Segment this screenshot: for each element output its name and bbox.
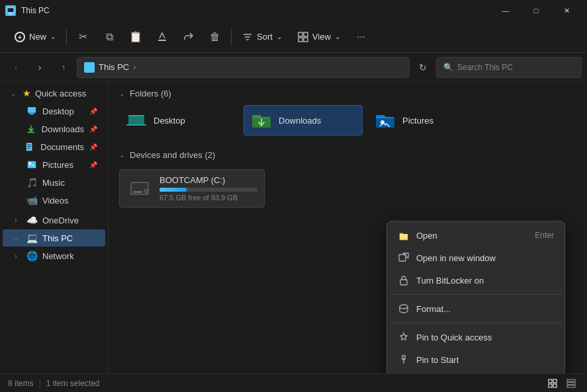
device-name: BOOTCAMP (C:): [159, 175, 257, 185]
context-menu: Open Enter Open in new window: [386, 221, 565, 373]
sidebar-desktop-label: Desktop: [42, 106, 74, 116]
device-item-c[interactable]: BOOTCAMP (C:) 67.5 GB free of 93.9 GB: [119, 169, 265, 208]
ctx-separator-1: [390, 294, 562, 295]
ctx-pin-quick-label: Pin to Quick access: [416, 333, 554, 342]
more-button[interactable]: ···: [349, 25, 373, 49]
svg-rect-37: [553, 384, 557, 387]
ctx-pin-start[interactable]: Pin to Start: [390, 348, 562, 371]
desktop-folder-icon: [126, 110, 147, 131]
rename-button[interactable]: [150, 25, 174, 49]
thispc-expand-icon: ⌄: [11, 233, 21, 243]
view-button[interactable]: View ⌄: [291, 28, 347, 46]
address-chevron: ›: [133, 62, 136, 72]
back-button[interactable]: ‹: [5, 57, 26, 78]
sidebar-item-desktop[interactable]: Desktop 📌: [3, 102, 105, 120]
sort-button[interactable]: Sort ⌄: [236, 28, 289, 46]
ctx-bitlocker-label: Turn BitLocker on: [416, 276, 554, 286]
minimize-button[interactable]: —: [490, 0, 521, 21]
device-progress-bar: [159, 188, 257, 192]
downloads-pin-icon: 📌: [89, 126, 97, 133]
title-bar-controls[interactable]: — □ ✕: [490, 0, 582, 21]
address-path: This PC: [99, 62, 129, 72]
refresh-button[interactable]: ↻: [412, 57, 433, 78]
drive-icon: [126, 175, 153, 202]
sidebar-item-music[interactable]: 🎵 Music: [3, 174, 105, 191]
svg-point-25: [400, 305, 408, 309]
svg-rect-2: [8, 8, 14, 12]
devices-toggle-icon: ⌄: [119, 151, 124, 159]
devices-section-header[interactable]: ⌄ Devices and drives (2): [109, 143, 587, 164]
videos-icon: 📹: [26, 195, 37, 206]
new-button[interactable]: + New ⌄: [8, 28, 62, 46]
svg-rect-8: [28, 107, 36, 113]
svg-rect-15: [28, 161, 36, 169]
svg-rect-24: [400, 280, 407, 285]
detail-view-toggle[interactable]: [563, 375, 579, 391]
folders-header-label: Folders (6): [130, 89, 171, 98]
pictures-icon: [26, 159, 37, 170]
sidebar-item-documents[interactable]: Documents 📌: [3, 138, 105, 155]
ctx-open-shortcut: Enter: [535, 231, 554, 240]
svg-rect-22: [133, 191, 142, 193]
maximize-button[interactable]: □: [521, 0, 551, 21]
new-icon: +: [15, 32, 25, 42]
device-progress-fill: [159, 188, 187, 192]
pictures-pin-icon: 📌: [89, 161, 97, 169]
quick-access-label: Quick access: [35, 89, 86, 98]
title-bar: This PC — □ ✕: [0, 0, 587, 21]
folder-item-pictures[interactable]: Pictures: [368, 105, 487, 136]
svg-rect-13: [28, 146, 31, 147]
forward-button[interactable]: ›: [29, 57, 50, 78]
close-button[interactable]: ✕: [551, 0, 582, 21]
folders-section-header[interactable]: ⌄ Folders (6): [109, 82, 587, 102]
device-info: BOOTCAMP (C:) 67.5 GB free of 93.9 GB: [159, 175, 257, 202]
svg-rect-6: [298, 38, 302, 42]
svg-rect-5: [304, 32, 308, 36]
list-view-toggle[interactable]: [545, 375, 561, 391]
ctx-bitlocker[interactable]: Turn BitLocker on: [390, 269, 562, 292]
sidebar-item-thispc[interactable]: ⌄ 💻 This PC: [3, 229, 105, 247]
sidebar-item-downloads[interactable]: Downloads 📌: [3, 120, 105, 137]
folder-item-desktop[interactable]: Desktop: [119, 105, 238, 136]
ctx-open[interactable]: Open Enter: [390, 224, 562, 247]
ctx-open-new-window[interactable]: Open in new window: [390, 247, 562, 269]
svg-rect-34: [549, 379, 552, 383]
search-box[interactable]: 🔍 Search This PC: [436, 57, 582, 78]
share-button[interactable]: [177, 25, 201, 49]
ctx-pin-quick[interactable]: Pin to Quick access: [390, 326, 562, 348]
sidebar-item-videos[interactable]: 📹 Videos: [3, 192, 105, 209]
main-layout: ⌄ ★ Quick access Desktop 📌 Downloads 📌: [0, 82, 587, 373]
title-bar-left: This PC: [5, 5, 50, 16]
svg-rect-14: [28, 148, 30, 149]
documents-icon: [24, 141, 35, 152]
open-new-window-icon: [398, 252, 410, 264]
folder-item-downloads[interactable]: Downloads: [244, 105, 363, 136]
paste-button[interactable]: 📋: [124, 25, 148, 49]
devices-header-label: Devices and drives (2): [130, 150, 215, 160]
quick-access-header[interactable]: ⌄ ★ Quick access: [0, 85, 108, 102]
bitlocker-icon: [398, 274, 410, 286]
sidebar-videos-label: Videos: [42, 196, 69, 206]
copy-button[interactable]: ⧉: [97, 25, 121, 49]
sidebar-item-onedrive[interactable]: › ☁️ OneDrive: [3, 212, 105, 229]
svg-rect-7: [304, 38, 308, 42]
device-space: 67.5 GB free of 93.9 GB: [159, 194, 257, 202]
svg-rect-39: [567, 382, 575, 384]
delete-button[interactable]: 🗑: [203, 25, 227, 49]
address-bar[interactable]: This PC ›: [77, 57, 410, 78]
address-row: ‹ › ↑ This PC › ↻ 🔍 Search This PC: [0, 53, 587, 82]
cut-button[interactable]: ✂: [71, 25, 95, 49]
thispc-icon: 💻: [26, 233, 37, 243]
sidebar-item-network[interactable]: › 🌐 Network: [3, 247, 105, 264]
up-button[interactable]: ↑: [53, 57, 74, 78]
open-icon: [398, 229, 410, 241]
svg-rect-4: [298, 32, 302, 36]
sidebar-item-pictures[interactable]: Pictures 📌: [3, 156, 105, 173]
folder-grid: Desktop Downloads Pictures: [109, 102, 587, 138]
ctx-format[interactable]: Format...: [390, 297, 562, 320]
window-title: This PC: [21, 6, 50, 15]
sidebar-network-label: Network: [42, 251, 74, 261]
pin-start-icon: [398, 354, 410, 366]
toolbar-separator-2: [231, 29, 232, 45]
svg-rect-12: [28, 145, 31, 145]
